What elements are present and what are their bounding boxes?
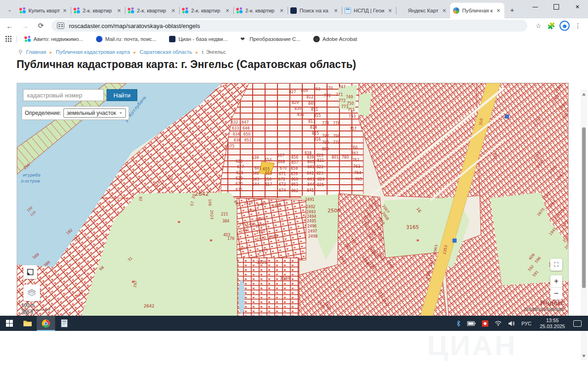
definition-select[interactable]: земельный участок — [63, 108, 125, 118]
window-close-button[interactable]: ✕ — [567, 0, 588, 14]
extensions-icon[interactable]: 🧩 — [545, 20, 558, 32]
language-indicator[interactable]: РУС — [521, 321, 531, 326]
browser-menu-icon[interactable]: ⋮ — [571, 20, 584, 32]
apps-grid-icon[interactable] — [6, 36, 12, 42]
tab-2k-kvartira-1[interactable]: 2-к. квартир✕ — [71, 3, 125, 18]
file-explorer-button[interactable] — [18, 316, 37, 331]
parcel-label: 672 — [278, 177, 285, 182]
parcel-label: 2023 — [209, 210, 214, 220]
zoom-in-button[interactable]: + — [550, 275, 562, 288]
parcel-label: 667 — [277, 153, 284, 158]
parcel-label: 800 — [322, 147, 329, 151]
parcel-label: 831 — [297, 113, 304, 117]
definition-filter: Определение: земельный участок — [22, 106, 129, 120]
avito-favicon — [182, 7, 188, 14]
notification-center-icon[interactable] — [573, 320, 582, 327]
parcel-label: 2497 — [308, 229, 317, 233]
parcel-label: 2500 — [328, 208, 340, 214]
pond — [238, 279, 245, 314]
zoom-out-button[interactable]: − — [550, 288, 562, 300]
tab-close-icon[interactable]: ✕ — [333, 7, 339, 14]
bookmark-star-icon[interactable]: ☆ — [532, 20, 545, 32]
measure-tool-button[interactable] — [23, 265, 37, 279]
bluetooth-icon[interactable] — [456, 320, 461, 327]
parcel-label: 809 — [301, 89, 308, 93]
cian-favicon — [169, 36, 175, 42]
parcel-label: 675 — [227, 144, 234, 148]
parcel-label: 671 — [279, 172, 286, 176]
parcel-label: 815 — [312, 131, 319, 136]
scroll-down-icon[interactable] — [582, 355, 586, 358]
address-bar[interactable]: roscadaster.com/map/saratovskaya-oblast/… — [51, 20, 527, 32]
yandex-logo[interactable]: Яндекс — [524, 299, 565, 307]
parcel-label: 655 — [263, 167, 270, 171]
document-app-button[interactable] — [55, 316, 74, 331]
layers-button[interactable] — [23, 284, 40, 301]
taskbar-clock[interactable]: 13:5525.03.2025 — [540, 318, 565, 330]
parcel-label: 825 — [317, 183, 324, 187]
parcel-label: 841 — [307, 165, 314, 169]
tab-2k-kvartira-2[interactable]: 2-к. квартир✕ — [125, 3, 179, 18]
chrome-taskbar-button[interactable] — [37, 316, 55, 331]
recorder-icon[interactable] — [482, 320, 488, 327]
wifi-icon[interactable] — [495, 321, 502, 326]
terms-link[interactable]: Условия использования — [524, 307, 565, 311]
parcel-label: 747 — [339, 85, 345, 89]
parcel-label: 824 — [317, 177, 324, 182]
tab-poisk-na-karte[interactable]: Поиск на ка✕ — [288, 3, 342, 18]
volume-icon[interactable] — [508, 321, 514, 326]
parcel-label: 799 — [322, 141, 329, 145]
site-info-icon[interactable] — [57, 23, 64, 29]
window-minimize-button[interactable]: — — [525, 0, 546, 14]
breadcrumb-pkk[interactable]: Публичная кадастровая карта — [56, 49, 130, 55]
breadcrumb-home[interactable]: Главная — [26, 49, 46, 55]
new-tab-button[interactable]: + — [506, 4, 518, 16]
parcel-label: 760 — [351, 146, 357, 150]
breadcrumb-region[interactable]: Саратовская область — [140, 49, 192, 55]
bookmark-avito[interactable]: Авито: недвижимо... — [22, 36, 83, 42]
tab-close-icon[interactable]: ✕ — [278, 7, 285, 14]
bookmark-label: Adobe Acrobat — [322, 36, 357, 42]
cadastral-number-input[interactable] — [23, 89, 104, 101]
parcel-label: 861 — [291, 182, 298, 187]
reload-button[interactable]: ⟳ — [35, 20, 47, 32]
bookmark-cian[interactable]: Циан - база недви... — [166, 36, 227, 42]
battery-icon[interactable] — [467, 321, 475, 326]
parcel-label: 851 — [311, 108, 318, 112]
tab-search-icon[interactable]: ⌄ — [4, 4, 16, 16]
tab-close-icon[interactable]: ✕ — [441, 7, 447, 14]
tab-2k-kvartira-4[interactable]: 2-к. квартир✕ — [233, 3, 288, 18]
parcel-label: 2642 — [144, 304, 154, 308]
window-maximize-button[interactable] — [546, 0, 567, 14]
tab-close-icon[interactable]: ✕ — [387, 7, 393, 14]
parcel-block-3325[interactable] — [237, 258, 299, 316]
parcel-label: 761 — [351, 152, 358, 156]
bookmark-converter[interactable]: ❤Преобразование С... — [237, 36, 300, 42]
find-button[interactable]: Найти — [107, 89, 137, 101]
tab-kupit-kvartiru[interactable]: Купить кварт✕ — [17, 3, 71, 18]
cian-watermark: ЦИАН — [427, 329, 517, 362]
cadastral-map[interactable]: 8278097937707478128298308318498518558138… — [17, 83, 569, 317]
pkk-favicon — [453, 7, 459, 14]
tab-close-icon[interactable]: ✕ — [170, 7, 176, 14]
tab-close-icon[interactable]: ✕ — [224, 7, 231, 14]
profile-avatar[interactable]: ☻ — [560, 21, 570, 31]
tab-public-cadastral-map-active[interactable]: Публичная к✕ — [450, 3, 504, 18]
scroll-up-icon[interactable] — [582, 93, 586, 96]
tab-nspd[interactable]: НСПД | Геои✕ — [342, 3, 396, 18]
bookmark-adobe[interactable]: ◉Adobe Acrobat — [311, 36, 357, 42]
tab-close-icon[interactable]: ✕ — [62, 7, 68, 14]
scrollbar-thumb[interactable] — [582, 127, 586, 288]
parcel-label: 1950 — [378, 231, 383, 241]
tab-close-icon[interactable]: ✕ — [116, 7, 122, 14]
url-text: roscadaster.com/map/saratovskaya-oblast/… — [69, 23, 200, 29]
fullscreen-button[interactable]: ⛶ — [550, 259, 562, 271]
parcel-label: 771 — [336, 93, 343, 97]
back-button[interactable]: ← — [4, 20, 16, 32]
forward-button[interactable]: → — [19, 20, 31, 32]
tab-close-icon[interactable]: ✕ — [495, 7, 502, 14]
tab-2k-kvartira-3[interactable]: 2-к. квартир✕ — [179, 3, 233, 18]
tab-yandex-maps[interactable]: Яндекс Карт✕ — [396, 3, 450, 18]
start-button[interactable] — [0, 316, 18, 331]
bookmark-mailru[interactable]: @Mail.ru: почта, поис... — [93, 36, 157, 42]
